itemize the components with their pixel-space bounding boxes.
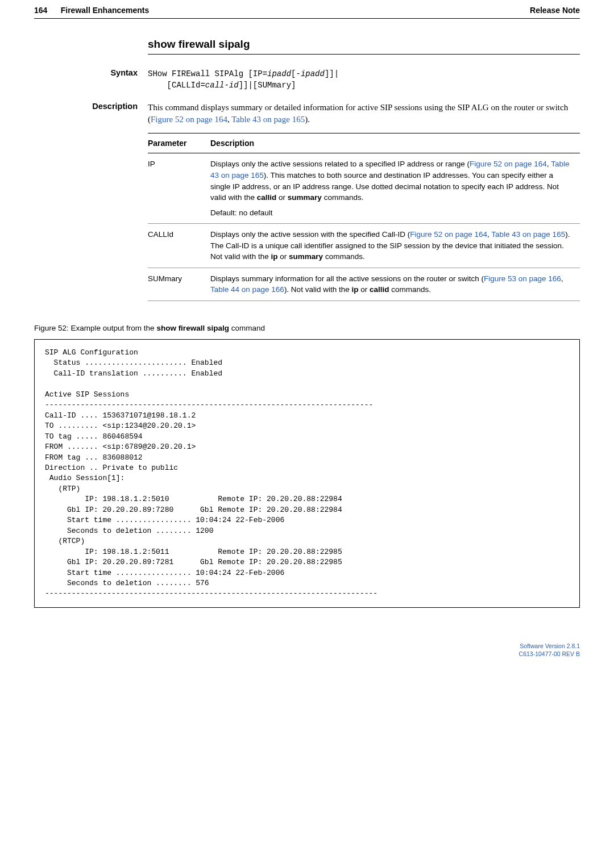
cell-text: or: [278, 252, 289, 261]
cell-link[interactable]: Figure 53 on page 166: [484, 274, 561, 283]
table-row: SUMmary Displays summary information for…: [148, 268, 580, 301]
cell-text: or: [276, 193, 288, 202]
description-block: Description This command displays summar…: [34, 102, 580, 301]
table-row: IP Displays only the active sessions rel…: [148, 153, 580, 224]
cell-link[interactable]: Figure 52 on page 164: [470, 160, 547, 168]
cell-bold: callid: [370, 285, 389, 294]
page-header: 164 Firewall Enhancements Release Note: [34, 0, 580, 19]
header-right-title: Release Note: [530, 6, 580, 15]
syntax-label: Syntax: [34, 68, 148, 77]
page-number: 164: [34, 6, 47, 15]
cell-text: ). Not valid with the: [284, 285, 352, 294]
page-container: 164 Firewall Enhancements Release Note s…: [0, 0, 614, 675]
syntax-var: ipadd: [267, 69, 291, 78]
syntax-var: ipadd: [301, 69, 325, 78]
description-label: Description: [34, 102, 148, 111]
cell-param: IP: [148, 153, 210, 224]
cell-desc: Displays only the active sessions relate…: [210, 153, 580, 224]
figure-caption-text: Figure 52: Example output from the: [34, 324, 156, 332]
cell-default: Default: no default: [210, 207, 574, 219]
figure-caption: Figure 52: Example output from the show …: [34, 324, 580, 332]
description-content: This command displays summary or detaile…: [148, 102, 580, 301]
cell-bold: ip: [351, 285, 358, 294]
terminal-output: SIP ALG Configuration Status ...........…: [34, 339, 580, 608]
table-row: CALLId Displays only the active session …: [148, 224, 580, 268]
syntax-text: [-: [291, 69, 301, 78]
description-link[interactable]: Table 43 on page 165: [231, 115, 305, 124]
header-left: 164 Firewall Enhancements: [34, 6, 149, 15]
footer-line2: C613-10477-00 REV B: [34, 650, 580, 658]
cell-text: Displays summary information for all the…: [210, 274, 484, 283]
cell-desc: Displays summary information for all the…: [210, 268, 580, 301]
description-text: ).: [305, 115, 310, 124]
syntax-content: SHow FIREwall SIPAlg [IP=ipadd[-ipadd]]|…: [148, 68, 580, 91]
cell-text: commands.: [322, 193, 364, 202]
cell-text: Displays only the active session with th…: [210, 230, 410, 239]
page-footer: Software Version 2.8.1 C613-10477-00 REV…: [34, 642, 580, 658]
cell-link[interactable]: Table 43 on page 165: [491, 230, 565, 239]
col-header-description: Description: [210, 133, 580, 153]
cell-param: CALLId: [148, 224, 210, 268]
syntax-text: ]]|[SUMmary]: [239, 81, 296, 90]
figure-caption-bold: show firewall sipalg: [156, 324, 229, 332]
section-title: show firewall sipalg: [148, 38, 580, 55]
cell-bold: summary: [288, 193, 322, 202]
header-left-title: Firewall Enhancements: [61, 6, 150, 15]
figure-caption-text: command: [229, 324, 265, 332]
cell-link[interactable]: Table 44 on page 166: [210, 285, 284, 294]
cell-text: commands.: [389, 285, 431, 294]
syntax-text: [CALLId=: [167, 81, 205, 90]
cell-desc: Displays only the active session with th…: [210, 224, 580, 268]
footer-line1: Software Version 2.8.1: [34, 642, 580, 650]
parameter-table: Parameter Description IP Displays only t…: [148, 133, 580, 301]
cell-bold: summary: [289, 252, 323, 261]
cell-text: Displays only the active sessions relate…: [210, 160, 470, 168]
cell-bold: callid: [257, 193, 277, 202]
col-header-parameter: Parameter: [148, 133, 210, 153]
syntax-text: SHow FIREwall SIPAlg [IP=: [148, 69, 267, 78]
syntax-block: Syntax SHow FIREwall SIPAlg [IP=ipadd[-i…: [34, 68, 580, 91]
cell-link[interactable]: Figure 52 on page 164: [410, 230, 487, 239]
cell-text: commands.: [323, 252, 365, 261]
cell-bold: ip: [271, 252, 278, 261]
cell-text: ,: [561, 274, 563, 283]
cell-text: or: [358, 285, 370, 294]
syntax-var: call-id: [205, 81, 239, 90]
syntax-text: ]]|: [325, 69, 339, 78]
cell-param: SUMmary: [148, 268, 210, 301]
description-link[interactable]: Figure 52 on page 164: [151, 115, 227, 124]
table-header-row: Parameter Description: [148, 133, 580, 153]
